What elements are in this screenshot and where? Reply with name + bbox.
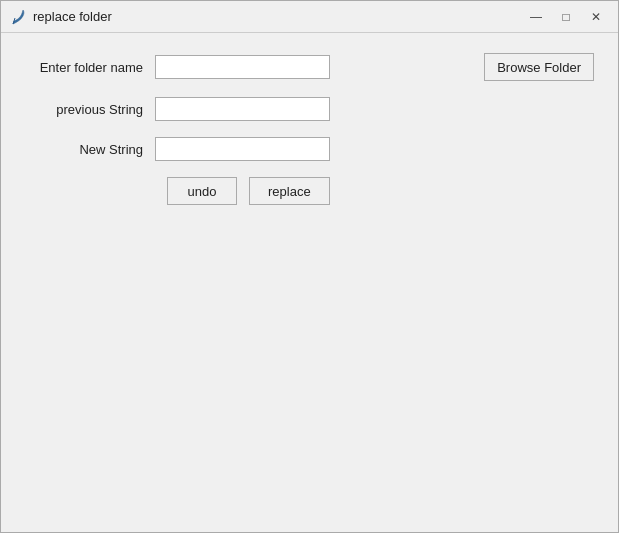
action-buttons: undo replace	[25, 177, 594, 205]
undo-button[interactable]: undo	[167, 177, 237, 205]
replace-button[interactable]: replace	[249, 177, 330, 205]
folder-row: Enter folder name Browse Folder	[25, 53, 594, 81]
main-window: replace folder — □ ✕ Enter folder name B…	[0, 0, 619, 533]
folder-label: Enter folder name	[25, 60, 155, 75]
window-controls: — □ ✕	[522, 6, 610, 28]
folder-left: Enter folder name	[25, 55, 330, 79]
app-icon	[9, 8, 27, 26]
close-button[interactable]: ✕	[582, 6, 610, 28]
new-string-label: New String	[25, 142, 155, 157]
new-string-row: New String	[25, 137, 594, 161]
new-string-input[interactable]	[155, 137, 330, 161]
browse-folder-button[interactable]: Browse Folder	[484, 53, 594, 81]
prev-string-row: previous String	[25, 97, 594, 121]
window-title: replace folder	[33, 9, 522, 24]
prev-string-label: previous String	[25, 102, 155, 117]
form-content: Enter folder name Browse Folder previous…	[1, 33, 618, 532]
maximize-button[interactable]: □	[552, 6, 580, 28]
prev-string-input[interactable]	[155, 97, 330, 121]
minimize-button[interactable]: —	[522, 6, 550, 28]
folder-input[interactable]	[155, 55, 330, 79]
title-bar: replace folder — □ ✕	[1, 1, 618, 33]
